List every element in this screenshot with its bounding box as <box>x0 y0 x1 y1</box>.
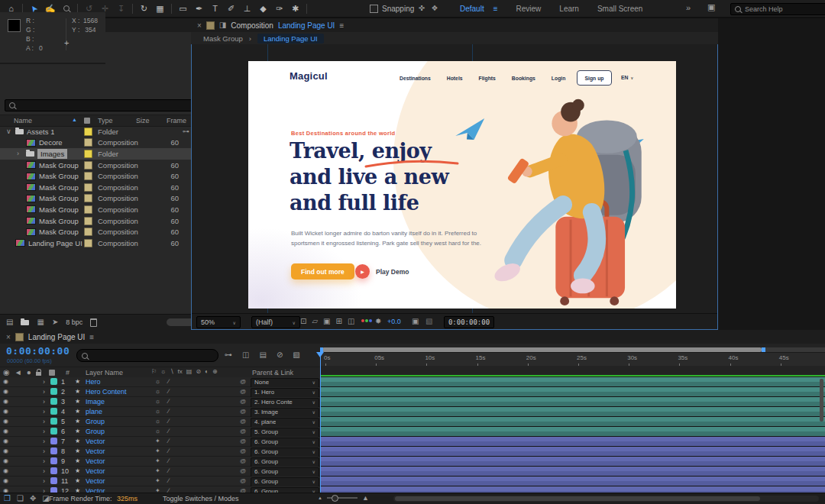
project-row[interactable]: Mask GroupComposition60 <box>0 182 191 193</box>
timeline-search-input[interactable] <box>76 349 218 362</box>
project-row[interactable]: ›ImagesFolder <box>0 148 191 160</box>
layer-name[interactable]: Vector <box>86 467 105 475</box>
shy-icon[interactable]: ⚐ <box>151 369 157 375</box>
quality-switch-icon[interactable]: ∕ <box>168 467 169 475</box>
new-composition-icon[interactable]: ▦ <box>37 318 44 326</box>
project-row[interactable]: Mask GroupComposition60 <box>0 204 191 215</box>
label-color-chip[interactable] <box>84 161 92 170</box>
layer-track-bar[interactable] <box>321 457 825 466</box>
layer-visibility-icon[interactable]: ◉ <box>3 467 8 475</box>
layer-name[interactable]: Image <box>86 398 105 405</box>
column-name[interactable]: Name <box>14 117 32 124</box>
scrollbar-thumb[interactable] <box>395 496 760 501</box>
parent-link-dropdown[interactable]: 6. Group∨ <box>251 447 319 457</box>
label-color-chip[interactable] <box>84 239 92 247</box>
layer-row[interactable]: ◉›8★Vector✦∕@6. Group∨ <box>0 447 321 456</box>
layer-visibility-icon[interactable]: ◉ <box>3 418 8 425</box>
layer-color-chip[interactable] <box>50 438 57 444</box>
layer-expand-icon[interactable]: › <box>43 408 45 415</box>
parent-pickwhip-icon[interactable]: @ <box>240 388 246 396</box>
layer-row[interactable]: ◉›5★Group☼∕@4. plane∨ <box>0 417 321 426</box>
lock-icon[interactable] <box>36 369 41 376</box>
roto-brush-tool[interactable]: ✑ <box>271 1 287 16</box>
workspace-small-screen[interactable]: Small Screen <box>597 5 642 13</box>
layer-expand-icon[interactable]: › <box>43 418 45 425</box>
quality-switch-icon[interactable]: ∕ <box>168 447 169 455</box>
collapse-switch-icon[interactable]: ✦ <box>155 457 160 465</box>
layer-color-chip[interactable] <box>50 378 57 385</box>
time-ruler[interactable]: 0s05s10s15s20s25s30s35s40s45s <box>321 352 825 367</box>
breadcrumb-mask-group[interactable]: Mask Group <box>203 34 243 43</box>
label-color-chip[interactable] <box>84 183 92 192</box>
quality-switch-icon[interactable]: ∕ <box>168 388 169 396</box>
layer-visibility-icon[interactable]: ◉ <box>3 477 8 485</box>
exposure-icon[interactable]: ✸ <box>375 318 381 325</box>
expand-icon[interactable]: ∨ <box>6 128 12 135</box>
layer-track-bar[interactable] <box>321 417 825 426</box>
layer-color-chip[interactable] <box>50 398 57 405</box>
label-column-icon[interactable] <box>84 118 90 124</box>
play-demo-button[interactable]: ▶ <box>355 264 370 279</box>
collapse-switch-icon[interactable]: ☼ <box>155 398 160 405</box>
quality-switch-icon[interactable]: ∕ <box>168 418 169 425</box>
transparency-grid-icon[interactable]: ⊞ <box>336 318 342 325</box>
collapse-switch-icon[interactable]: ☼ <box>155 378 160 386</box>
layer-track-bar[interactable] <box>321 377 825 386</box>
comp-tab-name[interactable]: Landing Page UI <box>278 21 335 30</box>
color-depth-button[interactable]: 8 bpc <box>66 318 82 326</box>
puppet-pin-tool[interactable]: ✱ <box>287 1 303 16</box>
snap-options-icon[interactable]: ✜ <box>419 5 425 12</box>
brush-tool[interactable]: ✐ <box>223 1 239 16</box>
layer-row[interactable]: ◉›7★Vector✦∕@6. Group∨ <box>0 437 321 446</box>
playhead-line[interactable] <box>320 347 321 493</box>
parent-pickwhip-icon[interactable]: @ <box>240 418 246 425</box>
layer-name[interactable]: Vector <box>86 487 105 493</box>
layer-color-chip[interactable] <box>50 467 57 474</box>
parent-pickwhip-icon[interactable]: @ <box>240 398 246 405</box>
parent-pickwhip-icon[interactable]: @ <box>240 447 246 455</box>
layer-expand-icon[interactable]: › <box>43 467 45 475</box>
graph-editor-icon[interactable]: ▧ <box>293 351 299 359</box>
frame-blend-icon[interactable]: ▤ <box>186 369 192 375</box>
collapse-switch-icon[interactable]: ✦ <box>155 438 160 445</box>
layer-row[interactable]: ◉›6★Group☼∕@5. Group∨ <box>0 427 321 436</box>
layer-color-chip[interactable] <box>50 388 57 395</box>
find-out-more-button[interactable]: Find out more <box>291 263 354 279</box>
dolly-camera-tool[interactable]: ↧ <box>113 1 129 16</box>
solo-icon[interactable]: ● <box>27 369 31 376</box>
type-tool[interactable]: T <box>207 1 223 16</box>
column-type[interactable]: Type <box>98 117 113 124</box>
comp-mini-flowchart-icon[interactable]: ⊶ <box>225 351 232 359</box>
layer-color-chip[interactable] <box>50 477 57 484</box>
workspace-default[interactable]: Default <box>460 5 484 13</box>
panel-menu-icon[interactable]: ≡ <box>89 333 94 341</box>
quality-icon[interactable]: ∖ <box>170 369 174 375</box>
parent-pickwhip-icon[interactable]: @ <box>240 428 246 435</box>
layer-name[interactable]: Vector <box>86 438 105 445</box>
quality-switch-icon[interactable]: ∕ <box>168 487 169 493</box>
parent-link-dropdown[interactable]: 6. Group∨ <box>251 477 319 487</box>
expand-icon[interactable]: › <box>17 150 23 157</box>
layer-visibility-icon[interactable]: ◉ <box>3 438 8 445</box>
layer-color-chip[interactable] <box>50 447 57 454</box>
region-of-interest-icon[interactable]: ▣ <box>323 318 330 325</box>
draft-3d-icon[interactable]: ◫ <box>242 351 249 359</box>
layer-color-chip[interactable] <box>50 418 57 425</box>
layer-track-bar[interactable] <box>321 437 825 446</box>
parent-link-dropdown[interactable]: 5. Group∨ <box>251 428 319 438</box>
layer-color-chip[interactable] <box>50 457 57 464</box>
quality-switch-icon[interactable]: ∕ <box>168 438 169 445</box>
3d-icon[interactable]: ⊕ <box>212 369 218 375</box>
layer-color-chip[interactable] <box>50 408 57 415</box>
layer-name[interactable]: Vector <box>86 447 105 455</box>
zoom-in-icon[interactable]: ▲ <box>362 494 369 502</box>
layer-expand-icon[interactable]: › <box>43 388 45 396</box>
snapping-control[interactable]: Snapping <box>370 0 414 17</box>
layer-color-chip[interactable] <box>50 428 57 435</box>
eraser-tool[interactable]: ◆ <box>255 1 271 16</box>
quality-switch-icon[interactable]: ∕ <box>168 428 169 435</box>
column-parent-link[interactable]: Parent & Link <box>252 369 293 376</box>
interpret-footage-icon[interactable]: ▤ <box>6 318 13 326</box>
label-color-chip[interactable] <box>84 128 92 136</box>
timeline-vertical-scrollbar[interactable] <box>820 379 823 422</box>
